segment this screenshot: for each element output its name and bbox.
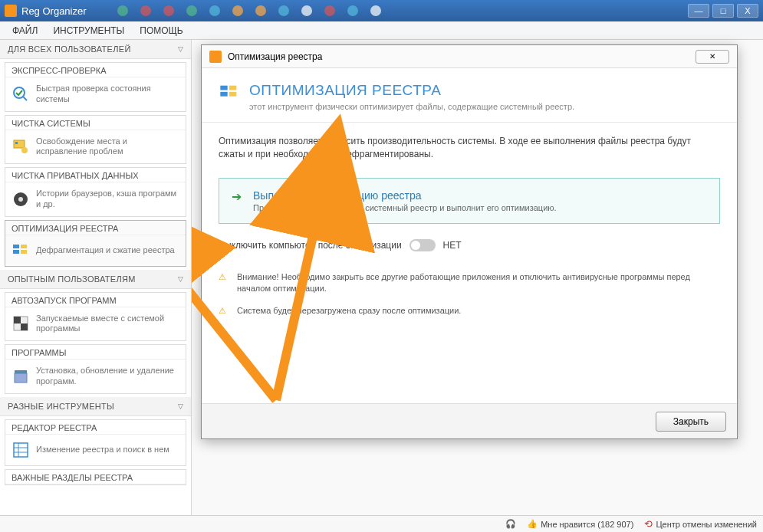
menu-file[interactable]: ФАЙЛ: [5, 24, 45, 38]
optimization-dialog: Оптимизация реестра ✕ ОПТИМИЗАЦИЯ РЕЕСТР…: [201, 44, 738, 439]
support-icon[interactable]: 🎧: [505, 519, 516, 529]
card-title: ВАЖНЫЕ РАЗДЕЛЫ РЕЕСТРА: [5, 470, 186, 484]
app-icon: [5, 5, 17, 17]
dialog-titlebar: Оптимизация реестра ✕: [202, 45, 737, 68]
svg-rect-19: [220, 86, 227, 90]
sidebar-item-express-check[interactable]: ЭКСПРЕСС-ПРОВЕРКА Быстрая проверка состо…: [5, 62, 186, 112]
card-desc: Запускаемые вместе с системой программы: [36, 314, 179, 335]
dialog-intro-text: Оптимизация позволяет повысить производи…: [219, 135, 720, 161]
svg-rect-8: [21, 245, 27, 248]
dialog-header: ОПТИМИЗАЦИЯ РЕЕСТРА этот инструмент физи…: [202, 68, 737, 123]
disc-icon: [12, 190, 30, 209]
close-window-button[interactable]: X: [737, 4, 758, 18]
svg-point-3: [21, 147, 28, 153]
card-title: ЧИСТКА СИСТЕМЫ: [5, 116, 186, 130]
sidebar-item-registry-editor[interactable]: РЕДАКТОР РЕЕСТРА Изменение реестра и пои…: [5, 419, 186, 466]
svg-point-5: [18, 197, 23, 202]
broom-icon: [12, 137, 30, 156]
svg-rect-13: [15, 373, 27, 383]
window-titlebar: Reg Organizer — □ X: [0, 0, 763, 21]
menubar: ФАЙЛ ИНСТРУМЕНТЫ ПОМОЩЬ: [0, 21, 763, 40]
svg-rect-7: [13, 250, 19, 254]
dialog-title: Оптимизация реестра: [228, 51, 322, 62]
svg-rect-20: [220, 92, 227, 97]
svg-rect-15: [14, 443, 28, 457]
card-desc: Изменение реестра и поиск в нем: [36, 445, 169, 455]
dialog-icon: [209, 51, 222, 63]
warning-text: Система будет перезагружена сразу после …: [237, 305, 461, 317]
warning-text: Внимание! Необходимо закрыть все другие …: [237, 271, 720, 295]
card-desc: Освобождение места и исправление проблем: [36, 136, 179, 158]
maximize-button[interactable]: □: [712, 4, 734, 18]
card-desc: Дефрагментация и сжатие реестра: [36, 245, 175, 256]
shutdown-state: НЕТ: [443, 240, 462, 251]
card-desc: Истории браузеров, кэша программ и др.: [36, 189, 179, 210]
titlebar-decorations: [87, 5, 688, 16]
card-title: ЭКСПРЕСС-ПРОВЕРКА: [5, 63, 186, 77]
thumb-up-icon: 👍: [527, 519, 538, 529]
card-title: РЕДАКТОР РЕЕСТРА: [5, 420, 186, 435]
warning-2: ⚠ Система будет перезагружена сразу посл…: [219, 305, 720, 317]
sidebar-item-private-data[interactable]: ЧИСТКА ПРИВАТНЫХ ДАННЫХ Истории браузеро…: [5, 167, 186, 217]
like-button[interactable]: 👍 Мне нравится (182 907): [527, 519, 633, 529]
section-misc-tools[interactable]: РАЗНЫЕ ИНСТРУМЕНТЫ ▽: [0, 397, 191, 416]
card-title: ПРОГРАММЫ: [5, 345, 186, 360]
section-label: ОПЫТНЫМ ПОЛЬЗОВАТЕЛЯМ: [8, 274, 136, 284]
dialog-footer: Закрыть: [202, 403, 737, 438]
flag-icon: [12, 314, 30, 333]
sidebar-item-autorun[interactable]: АВТОЗАПУСК ПРОГРАММ Запускаемые вместе с…: [5, 292, 186, 342]
app-title: Reg Organizer: [21, 5, 87, 17]
undo-center-link[interactable]: ⟲ Центр отмены изменений: [644, 518, 757, 530]
warning-icon: ⚠: [219, 271, 229, 295]
action-desc: Программа проанализирует системный реест…: [253, 203, 557, 212]
svg-point-0: [14, 87, 25, 98]
section-all-users[interactable]: ДЛЯ ВСЕХ ПОЛЬЗОВАТЕЛЕЙ ▽: [0, 40, 191, 59]
card-title: ЧИСТКА ПРИВАТНЫХ ДАННЫХ: [5, 168, 186, 182]
minimize-button[interactable]: —: [688, 4, 709, 18]
shutdown-label: Выключить компьютер после оптимизации: [219, 240, 402, 251]
dialog-body: Оптимизация позволяет повысить производи…: [202, 123, 737, 340]
section-label: ДЛЯ ВСЕХ ПОЛЬЗОВАТЕЛЕЙ: [8, 44, 131, 54]
magnifier-check-icon: [12, 85, 30, 103]
sidebar: ДЛЯ ВСЕХ ПОЛЬЗОВАТЕЛЕЙ ▽ ЭКСПРЕСС-ПРОВЕР…: [0, 40, 192, 515]
svg-rect-14: [15, 370, 27, 373]
run-optimization-button[interactable]: ➔ Выполнить оптимизацию реестра Программ…: [219, 178, 720, 224]
content-area: ◀ ▶ Оптимизация реестра ✕ ОПТИМИЗАЦИЯ РЕ…: [192, 40, 763, 515]
warning-1: ⚠ Внимание! Необходимо закрыть все други…: [219, 271, 720, 295]
chevron-down-icon: ▽: [178, 402, 183, 410]
action-title: Выполнить оптимизацию реестра: [253, 189, 557, 202]
sidebar-item-system-cleanup[interactable]: ЧИСТКА СИСТЕМЫ Освобождение места и испр…: [5, 115, 186, 165]
section-label: РАЗНЫЕ ИНСТРУМЕНТЫ: [8, 402, 114, 411]
box-icon: [12, 367, 30, 386]
undo-label: Центр отмены изменений: [656, 520, 757, 529]
sidebar-item-registry-optimization[interactable]: ОПТИМИЗАЦИЯ РЕЕСТРА Дефрагментация и сжа…: [5, 220, 186, 267]
svg-rect-6: [13, 245, 19, 248]
chevron-down-icon: ▽: [178, 45, 183, 53]
registry-header-icon: [219, 82, 240, 103]
grid-icon: [12, 441, 30, 459]
chevron-down-icon: ▽: [178, 275, 183, 283]
dialog-subheading: этот инструмент физически оптимизирует ф…: [249, 102, 574, 111]
close-button[interactable]: Закрыть: [656, 412, 726, 432]
card-desc: Быстрая проверка состояния системы: [36, 84, 179, 105]
section-experienced[interactable]: ОПЫТНЫМ ПОЛЬЗОВАТЕЛЯМ ▽: [0, 270, 191, 289]
svg-rect-21: [229, 86, 236, 90]
undo-icon: ⟲: [644, 518, 653, 530]
sidebar-item-programs[interactable]: ПРОГРАММЫ Установка, обновление и удален…: [5, 344, 186, 394]
dialog-close-x[interactable]: ✕: [696, 50, 729, 64]
card-desc: Установка, обновление и удаление програм…: [36, 366, 179, 387]
svg-rect-22: [229, 92, 236, 97]
svg-rect-2: [15, 142, 18, 144]
shutdown-toggle[interactable]: [409, 239, 436, 251]
dialog-heading: ОПТИМИЗАЦИЯ РЕЕСТРА: [249, 82, 574, 99]
statusbar: 🎧 👍 Мне нравится (182 907) ⟲ Центр отмен…: [0, 515, 763, 532]
warning-icon: ⚠: [219, 305, 229, 317]
card-title: ОПТИМИЗАЦИЯ РЕЕСТРА: [5, 221, 186, 235]
menu-tools[interactable]: ИНСТРУМЕНТЫ: [45, 24, 132, 38]
sidebar-item-important-keys[interactable]: ВАЖНЫЕ РАЗДЕЛЫ РЕЕСТРА: [5, 469, 186, 485]
svg-rect-12: [21, 323, 28, 330]
registry-icon: [12, 241, 30, 260]
shutdown-toggle-row: Выключить компьютер после оптимизации НЕ…: [219, 239, 720, 251]
menu-help[interactable]: ПОМОЩЬ: [132, 24, 190, 38]
svg-rect-11: [14, 317, 21, 323]
